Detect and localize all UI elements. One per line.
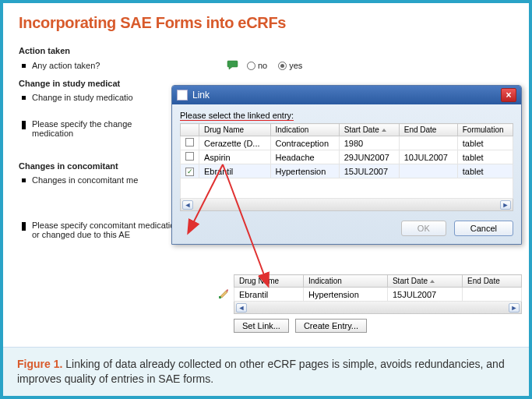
dialog-prompt: Please select the linked entry: — [180, 111, 294, 121]
comment-icon[interactable] — [227, 60, 239, 71]
radio-yes[interactable]: yes — [278, 61, 302, 70]
table-row[interactable]: Aspirin Headache 29JUN2007 10JUL2007 tab… — [181, 150, 513, 164]
horizontal-scrollbar[interactable]: ◄ ► — [234, 302, 522, 314]
question-change-study-med: Change in study medicatio — [32, 93, 133, 102]
col-drug[interactable]: Drug Name — [199, 124, 271, 136]
scroll-left-icon[interactable]: ◄ — [182, 200, 193, 210]
pencil-icon[interactable] — [218, 288, 229, 299]
figure-caption: Figure 1. Linking of data already collec… — [3, 347, 529, 396]
col-end[interactable]: End Date — [399, 124, 457, 136]
bullet-icon — [22, 121, 26, 129]
horizontal-scrollbar[interactable]: ◄ ► — [180, 199, 513, 211]
sort-asc-icon — [430, 280, 435, 283]
figure-title: Incorporating SAE Forms into eCRFs — [19, 14, 513, 32]
scroll-left-icon[interactable]: ◄ — [236, 303, 247, 312]
bullet-icon — [22, 222, 26, 231]
table-row[interactable]: Ebrantil Hypertension 15JUL2007 — [234, 288, 522, 302]
dialog-titlebar[interactable]: Link × — [172, 86, 521, 104]
bullet-icon — [22, 96, 26, 100]
checkbox[interactable] — [185, 152, 194, 161]
scroll-right-icon[interactable]: ► — [500, 200, 511, 210]
table-row — [181, 178, 513, 199]
checkbox-checked[interactable]: ✓ — [185, 168, 194, 176]
figure-label: Figure 1. — [17, 358, 62, 370]
scroll-right-icon[interactable]: ► — [509, 303, 520, 312]
col-indication[interactable]: Indication — [270, 124, 339, 136]
sort-asc-icon — [382, 129, 386, 132]
link-entries-table: Drug Name Indication Start Date End Date… — [180, 123, 513, 199]
dialog-title: Link — [192, 90, 501, 101]
table-row[interactable]: ✓ Ebrantil Hypertension 15JUL2007 tablet — [181, 164, 513, 178]
dialog-icon — [177, 90, 188, 101]
col-start[interactable]: Start Date — [339, 124, 399, 136]
radio-yes-label: yes — [289, 61, 302, 70]
col-drug[interactable]: Drug Name — [234, 275, 304, 288]
radio-no[interactable]: no — [247, 61, 267, 70]
checkbox[interactable] — [185, 138, 194, 147]
col-formulation[interactable]: Formulation — [457, 124, 513, 136]
cancel-button[interactable]: Cancel — [454, 221, 513, 236]
col-indication[interactable]: Indication — [303, 275, 387, 288]
linked-detail-table: Drug Name Indication Start Date End Date… — [234, 274, 522, 302]
bullet-icon — [22, 64, 26, 68]
question-any-action: Any action taken? — [32, 61, 227, 70]
create-entry-button[interactable]: Create Entry... — [295, 319, 367, 333]
question-changes-concomitant: Changes in concomitant me — [32, 175, 138, 185]
figure-caption-text: Linking of data already collected on oth… — [17, 358, 505, 385]
question-specify-change: Please specify the change medication — [32, 119, 132, 138]
section-action-taken: Action taken — [19, 46, 513, 55]
col-start[interactable]: Start Date — [387, 275, 462, 288]
table-row[interactable]: Cerazette (D... Contraception 1980 table… — [181, 136, 513, 150]
close-icon[interactable]: × — [501, 88, 516, 102]
col-end[interactable]: End Date — [463, 275, 522, 288]
link-dialog: Link × Please select the linked entry: D… — [171, 85, 522, 245]
bullet-icon — [22, 178, 26, 182]
set-link-button[interactable]: Set Link... — [234, 319, 289, 333]
ok-button[interactable]: OK — [401, 221, 446, 236]
radio-no-label: no — [258, 61, 267, 70]
